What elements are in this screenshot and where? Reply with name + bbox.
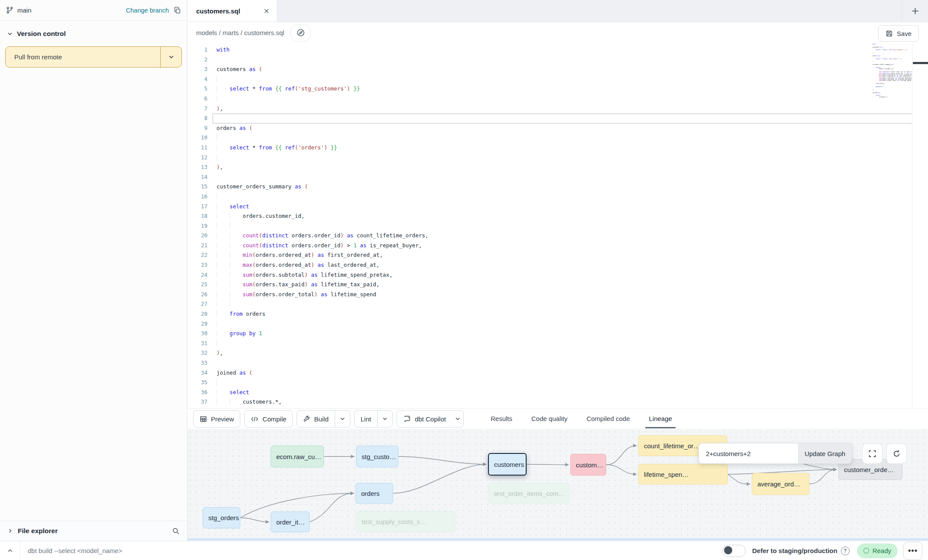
- version-control-header[interactable]: Version control: [0, 21, 187, 44]
- branch-name: main: [17, 6, 32, 14]
- version-control-label: Version control: [17, 30, 66, 38]
- defer-toggle[interactable]: [722, 545, 746, 557]
- code-line[interactable]: 32),: [188, 348, 912, 358]
- copy-branch-icon[interactable]: [174, 6, 181, 14]
- code-line[interactable]: 27: [188, 299, 912, 309]
- line-number: 24: [188, 270, 213, 280]
- code-line[interactable]: 16: [188, 192, 912, 202]
- minimap[interactable]: with customers as ( select * from {{ ref…: [873, 43, 912, 100]
- lineage-node-average_order[interactable]: average_ord…: [752, 473, 809, 495]
- lineage-panel[interactable]: ecom.raw_cu…stg_custo…customerscustom…co…: [188, 429, 928, 541]
- lineage-node-test_supply[interactable]: test_supply_costs_s…: [356, 511, 456, 532]
- lint-options-caret[interactable]: [377, 411, 392, 427]
- code-line[interactable]: 31: [188, 339, 912, 349]
- refresh-button[interactable]: [886, 443, 907, 464]
- code-line[interactable]: 10: [188, 133, 912, 143]
- lineage-node-order_items[interactable]: order_it…: [271, 511, 310, 532]
- code-lines[interactable]: 1with23customers as (4 5 select * from {…: [188, 45, 912, 407]
- code-line[interactable]: 30 group by 1: [188, 329, 912, 339]
- code-line[interactable]: 21 count(distinct orders.order_id) > 1 a…: [188, 241, 912, 251]
- code-line[interactable]: 17 select: [188, 202, 912, 212]
- status-bar-right: Defer to staging/production ? Ready •••: [722, 542, 928, 560]
- code-line[interactable]: 14: [188, 172, 912, 182]
- compass-icon[interactable]: [290, 24, 311, 42]
- command-input[interactable]: dbt build --select <model_name>: [28, 547, 122, 554]
- code-line[interactable]: 34joined as (: [188, 368, 912, 378]
- panel-tab-results[interactable]: Results: [490, 408, 513, 428]
- build-options-caret[interactable]: [335, 411, 350, 427]
- build-button[interactable]: Build: [297, 410, 350, 427]
- code-editor[interactable]: 1with23customers as (4 5 select * from {…: [188, 43, 928, 408]
- code-line[interactable]: 29: [188, 319, 912, 329]
- line-number: 20: [188, 231, 213, 241]
- code-line[interactable]: 3customers as (: [188, 65, 912, 74]
- save-button[interactable]: Save: [878, 25, 919, 42]
- close-icon[interactable]: [263, 8, 270, 14]
- lineage-node-raw_customers[interactable]: ecom.raw_cu…: [271, 446, 324, 467]
- lineage-node-stg_customers[interactable]: stg_custo…: [356, 446, 398, 467]
- panel-tab-lineage[interactable]: Lineage: [648, 408, 673, 428]
- code-line[interactable]: 6: [188, 94, 912, 104]
- line-number: 5: [188, 84, 213, 94]
- dbt-copilot-button[interactable]: dbt Copilot: [397, 410, 464, 427]
- compile-button[interactable]: Compile: [244, 410, 293, 427]
- lint-button[interactable]: Lint: [354, 410, 393, 427]
- line-number: 23: [188, 260, 213, 270]
- pull-from-remote-button[interactable]: Pull from remote: [5, 46, 182, 68]
- code-line[interactable]: 15customer_orders_summary as (: [188, 182, 912, 192]
- lineage-node-stg_orders[interactable]: stg_orders: [203, 507, 240, 528]
- code-line[interactable]: 1with: [188, 45, 912, 55]
- lineage-search-input[interactable]: 2+customers+2: [698, 443, 798, 464]
- code-line[interactable]: 25 sum(orders.tax_paid) as lifetime_tax_…: [188, 280, 912, 290]
- copilot-options-caret[interactable]: [452, 411, 463, 427]
- code-line[interactable]: 19: [188, 221, 912, 231]
- fullscreen-button[interactable]: [862, 443, 883, 464]
- panel-tab-compiled-code[interactable]: Compiled code: [585, 408, 631, 428]
- panel-tab-code-quality[interactable]: Code quality: [530, 408, 568, 428]
- help-icon[interactable]: ?: [841, 547, 850, 555]
- code-line[interactable]: 35: [188, 378, 912, 388]
- lineage-node-test_order_items[interactable]: test_order_items_com…: [488, 483, 569, 504]
- lineage-horizontal-scrollbar[interactable]: [188, 538, 928, 541]
- tab-customers-sql[interactable]: customers.sql: [188, 0, 277, 22]
- code-line[interactable]: 28 from orders: [188, 309, 912, 319]
- search-icon[interactable]: [172, 527, 180, 535]
- pull-options-caret[interactable]: [160, 47, 181, 67]
- code-line[interactable]: 26 sum(orders.order_total) as lifetime_s…: [188, 290, 912, 300]
- code-line[interactable]: 12: [188, 153, 912, 163]
- code-line[interactable]: 24 sum(orders.subtotal) as lifetime_spen…: [188, 270, 912, 280]
- chevron-up-icon[interactable]: [0, 541, 20, 560]
- code-line[interactable]: 20 count(distinct orders.order_id) as co…: [188, 231, 912, 241]
- code-line[interactable]: 13),: [188, 162, 912, 172]
- code-line[interactable]: 33: [188, 358, 912, 368]
- file-explorer-header[interactable]: File explorer: [0, 521, 187, 541]
- code-line[interactable]: 5 select * from {{ ref('stg_customers') …: [188, 84, 912, 94]
- more-options-button[interactable]: •••: [903, 542, 922, 560]
- copilot-label: dbt Copilot: [415, 415, 446, 423]
- code-line[interactable]: 36 select: [188, 388, 912, 398]
- editor-scrollbar[interactable]: [912, 43, 928, 408]
- status-bar: dbt build --select <model_name> Defer to…: [0, 541, 928, 560]
- code-line[interactable]: 23 max(orders.ordered_at) as last_ordere…: [188, 260, 912, 270]
- code-line[interactable]: 2: [188, 55, 912, 65]
- code-line[interactable]: 11 select * from {{ ref('orders') }}: [188, 143, 912, 153]
- editor-scrollbar-thumb[interactable]: [913, 62, 928, 64]
- new-tab-button[interactable]: [902, 0, 928, 22]
- lineage-node-customers[interactable]: customers: [488, 453, 527, 476]
- line-number: 22: [188, 250, 213, 260]
- code-line[interactable]: 37 customers.*,: [188, 397, 912, 407]
- compile-label: Compile: [262, 415, 286, 423]
- code-line[interactable]: 7),: [188, 104, 912, 114]
- lineage-node-orders[interactable]: orders: [356, 483, 393, 504]
- update-graph-button[interactable]: Update Graph: [798, 443, 852, 464]
- code-line[interactable]: 9orders as (: [188, 123, 912, 133]
- code-line[interactable]: 22 min(orders.ordered_at) as first_order…: [188, 250, 912, 260]
- code-line[interactable]: 18 orders.customer_id,: [188, 211, 912, 221]
- code-line[interactable]: 8: [188, 113, 912, 123]
- line-number: 15: [188, 182, 213, 192]
- preview-button[interactable]: Preview: [193, 410, 240, 427]
- lineage-node-lifetime_spend[interactable]: lifetime_spen…: [638, 464, 728, 485]
- code-line[interactable]: 4: [188, 74, 912, 84]
- change-branch-link[interactable]: Change branch: [126, 7, 169, 14]
- lineage-node-customers_pink[interactable]: custom…: [570, 454, 606, 476]
